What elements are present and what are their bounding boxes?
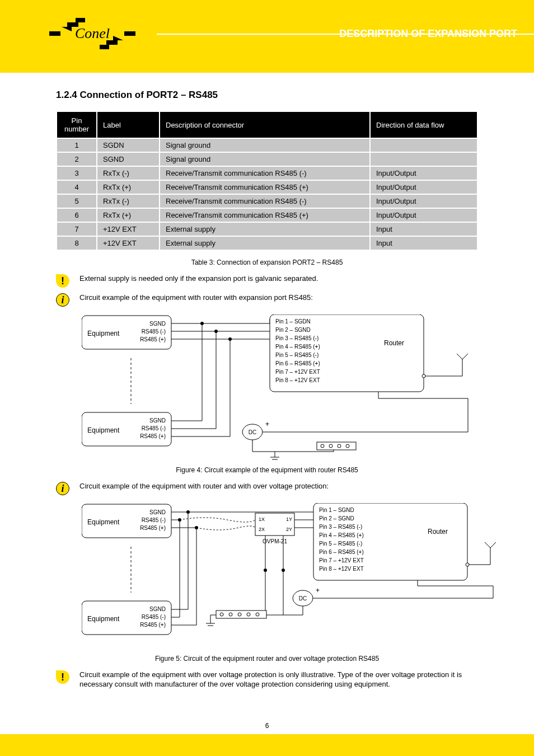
diagram-fig5: Equipment SGND RS485 (-) RS485 (+) Equip… xyxy=(82,503,496,649)
info-icon: i xyxy=(56,482,69,495)
table-row: 1SGDNSignal ground xyxy=(57,139,477,152)
svg-point-128 xyxy=(256,613,259,616)
svg-text:RS485 (+): RS485 (+) xyxy=(140,433,166,439)
svg-text:OVPM-21: OVPM-21 xyxy=(263,538,287,544)
table-caption: Table 3: Connection of expansion PORT2 –… xyxy=(56,259,478,266)
svg-text:SGND: SGND xyxy=(149,606,166,612)
warning-note-2: ! Circuit example of the equipment with … xyxy=(56,670,478,689)
footer-band xyxy=(0,734,534,756)
svg-text:Router: Router xyxy=(384,339,404,347)
page-number: 6 xyxy=(0,717,534,734)
svg-rect-0 xyxy=(49,31,60,36)
svg-text:SGND: SGND xyxy=(149,417,166,424)
th-dir: Direction of data flow xyxy=(371,112,477,138)
svg-text:RS485 (-): RS485 (-) xyxy=(142,425,166,431)
th-desc: Description of connector xyxy=(160,112,369,138)
svg-text:RS485 (+): RS485 (+) xyxy=(140,525,166,531)
svg-text:Equipment: Equipment xyxy=(87,615,120,623)
svg-text:1Y: 1Y xyxy=(286,516,292,522)
svg-point-41 xyxy=(422,374,425,378)
svg-text:Pin 3 – RS485 (-): Pin 3 – RS485 (-) xyxy=(319,524,362,530)
svg-text:Pin 1 – SGDN: Pin 1 – SGDN xyxy=(275,318,311,325)
note-text: Circuit example of the equipment with ov… xyxy=(79,670,478,689)
table-row: 2SGNDSignal ground xyxy=(57,153,477,166)
svg-text:SGND: SGND xyxy=(149,321,166,327)
svg-point-127 xyxy=(247,613,250,616)
note-text: Circuit example of the equipment with ro… xyxy=(79,482,478,491)
th-pin: Pin number xyxy=(57,112,96,138)
svg-text:Pin 5 – RS485 (-): Pin 5 – RS485 (-) xyxy=(275,352,318,358)
table-row: 8+12V EXTExternal supplyInput xyxy=(57,237,477,250)
svg-text:1X: 1X xyxy=(259,516,265,522)
svg-text:+: + xyxy=(316,586,320,594)
svg-text:DC: DC xyxy=(249,429,256,435)
svg-text:SGND: SGND xyxy=(149,509,166,515)
svg-text:Pin 7 – +12V EXT: Pin 7 – +12V EXT xyxy=(319,557,364,564)
svg-text:Pin 6 – RS485 (+): Pin 6 – RS485 (+) xyxy=(319,549,364,555)
note-text: External supply is needed only if the ex… xyxy=(79,274,478,284)
svg-text:RS485 (-): RS485 (-) xyxy=(142,614,166,620)
svg-point-110 xyxy=(466,563,469,566)
info-icon: i xyxy=(56,293,69,307)
svg-text:2Y: 2Y xyxy=(286,527,292,532)
info-note-2: i Circuit example of the equipment with … xyxy=(56,482,478,495)
svg-text:Pin 7 – +12V EXT: Pin 7 – +12V EXT xyxy=(275,369,320,375)
svg-line-44 xyxy=(462,354,468,359)
svg-text:Equipment: Equipment xyxy=(87,518,120,526)
diagram-fig4: Equipment SGND RS485 (-) RS485 (+) Equip… xyxy=(82,314,474,460)
svg-point-60 xyxy=(338,444,341,448)
figure-5-caption: Figure 5: Circuit of the equipment route… xyxy=(56,655,478,663)
svg-point-58 xyxy=(321,444,324,448)
table-row: 4RxTx (+)Receive/Transmit communication … xyxy=(57,181,477,194)
svg-text:RS485 (-): RS485 (-) xyxy=(142,517,166,523)
info-note-1: i Circuit example of the equipment with … xyxy=(56,293,478,307)
svg-point-126 xyxy=(238,613,241,616)
connection-table: Pin number Label Description of connecto… xyxy=(56,111,478,251)
warning-icon: ! xyxy=(56,274,69,288)
section-heading: 1.2.4 Connection of PORT2 – RS485 xyxy=(56,90,478,101)
header-band: Conel DESCRIPTION OF EXPANSION PORT xyxy=(0,0,534,73)
table-row: 5RxTx (-)Receive/Transmit communication … xyxy=(57,195,477,208)
table-row: 3RxTx (-)Receive/Transmit communication … xyxy=(57,167,477,180)
svg-text:RS485 (-): RS485 (-) xyxy=(142,328,166,335)
svg-point-59 xyxy=(329,444,332,448)
svg-text:DC: DC xyxy=(299,595,307,602)
svg-text:Pin 5 – RS485 (-): Pin 5 – RS485 (-) xyxy=(319,541,362,547)
svg-text:2X: 2X xyxy=(259,527,265,532)
svg-line-112 xyxy=(485,542,490,548)
svg-text:Pin 2 – SGND: Pin 2 – SGND xyxy=(275,327,311,333)
table-row: 6RxTx (+)Receive/Transmit communication … xyxy=(57,209,477,222)
svg-text:Equipment: Equipment xyxy=(87,426,120,434)
svg-line-113 xyxy=(490,542,496,548)
page-content: 1.2.4 Connection of PORT2 – RS485 Pin nu… xyxy=(0,73,534,717)
svg-point-98 xyxy=(282,569,285,572)
brand-logo: Conel xyxy=(45,16,140,55)
svg-text:RS485 (+): RS485 (+) xyxy=(140,336,166,342)
svg-text:Pin 8 – +12V EXT: Pin 8 – +12V EXT xyxy=(319,566,364,572)
svg-point-125 xyxy=(229,613,232,616)
warning-note-1: ! External supply is needed only if the … xyxy=(56,274,478,288)
svg-text:Conel: Conel xyxy=(75,25,110,41)
svg-point-61 xyxy=(346,444,349,448)
svg-text:Router: Router xyxy=(428,528,448,536)
svg-rect-1 xyxy=(124,31,135,36)
svg-text:Pin 8 – +12V EXT: Pin 8 – +12V EXT xyxy=(275,377,320,383)
table-row: 7+12V EXTExternal supplyInput xyxy=(57,223,477,236)
svg-text:Equipment: Equipment xyxy=(87,330,120,337)
warning-icon: ! xyxy=(56,670,69,684)
note-text: Circuit example of the equipment with ro… xyxy=(79,293,478,303)
svg-text:Pin 6 – RS485 (+): Pin 6 – RS485 (+) xyxy=(275,360,320,367)
th-label: Label xyxy=(97,112,159,138)
figure-4-caption: Figure 4: Circuit example of the equipme… xyxy=(56,466,478,474)
svg-point-124 xyxy=(220,613,223,616)
svg-text:Pin 2 – SGND: Pin 2 – SGND xyxy=(319,515,354,522)
svg-text:Pin 4 – RS485 (+): Pin 4 – RS485 (+) xyxy=(275,344,320,350)
svg-text:+: + xyxy=(265,420,269,428)
header-title: DESCRIPTION OF EXPANSION PORT xyxy=(339,28,517,40)
svg-text:Pin 4 – RS485 (+): Pin 4 – RS485 (+) xyxy=(319,532,364,538)
svg-text:RS485 (+): RS485 (+) xyxy=(140,622,166,628)
svg-text:Pin 1 – SGND: Pin 1 – SGND xyxy=(319,507,354,513)
svg-line-43 xyxy=(457,354,462,359)
svg-point-97 xyxy=(264,569,267,572)
svg-text:Pin 3 – RS485 (-): Pin 3 – RS485 (-) xyxy=(275,335,318,341)
